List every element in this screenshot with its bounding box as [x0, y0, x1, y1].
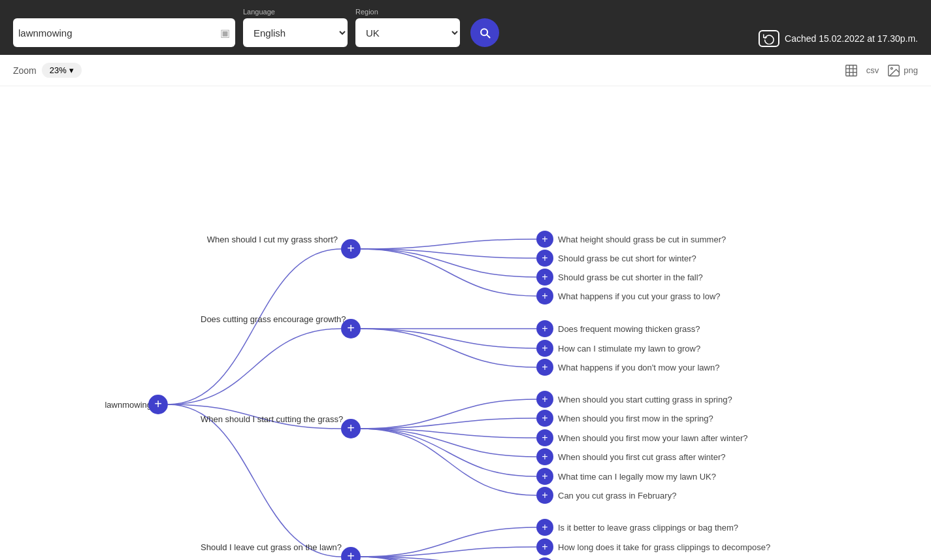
leaf-icon-0-2[interactable]: + [536, 269, 553, 286]
leaf-icon-2-1[interactable]: + [536, 410, 553, 427]
branch-node-1[interactable]: + [341, 319, 361, 338]
language-label: Language [243, 8, 348, 16]
svg-point-6 [891, 67, 893, 69]
leaf-icon-3-2[interactable]: + [536, 557, 553, 560]
search-wrapper: ▣ [13, 18, 235, 47]
cache-text: Cached 15.02.2022 at 17.30p.m. [785, 33, 918, 44]
leaf-label-0-2: Should grass be cut shorter in the fall? [558, 272, 703, 282]
leaf-label-3-0: Is it better to leave grass clippings or… [558, 523, 738, 533]
tree-svg [0, 86, 931, 560]
search-input[interactable] [18, 27, 220, 39]
leaf-label-2-3: When should you first cut grass after wi… [558, 452, 726, 462]
branch-label-2: When should I start cutting the grass? [201, 414, 338, 424]
leaf-label-2-4: What time can I legally mow my lawn UK? [558, 472, 716, 482]
branch-label-3: Should I leave cut grass on the lawn? [201, 542, 338, 552]
leaf-label-0-3: What happens if you cut your grass to lo… [558, 291, 721, 301]
export-buttons: csv png [844, 63, 918, 78]
leaf-label-3-1: How long does it take for grass clipping… [558, 542, 770, 552]
language-dropdown-wrapper: Language English French German Spanish [243, 8, 348, 47]
leaf-label-0-0: What height should grass be cut in summe… [558, 235, 726, 244]
leaf-icon-2-3[interactable]: + [536, 448, 553, 465]
leaf-icon-2-4[interactable]: + [536, 468, 553, 485]
leaf-icon-0-3[interactable]: + [536, 288, 553, 305]
toolbar: Zoom 23% ▾ csv png [0, 55, 931, 86]
zoom-button[interactable]: 23% ▾ [42, 63, 82, 78]
export-table-button[interactable] [844, 63, 858, 78]
root-label: lawnmowing [93, 400, 152, 410]
zoom-label: Zoom [13, 65, 37, 76]
leaf-icon-1-1[interactable]: + [536, 340, 553, 357]
region-dropdown-wrapper: Region UK US AU CA [355, 8, 460, 47]
leaf-icon-0-0[interactable]: + [536, 231, 553, 248]
leaf-label-1-2: What happens if you don't mow your lawn? [558, 363, 719, 372]
leaf-icon-1-2[interactable]: + [536, 359, 553, 376]
language-select[interactable]: English French German Spanish [243, 18, 348, 47]
branch-node-0[interactable]: + [341, 239, 361, 259]
png-label: png [904, 65, 918, 75]
export-png-button[interactable]: png [887, 63, 918, 78]
cache-info: Cached 15.02.2022 at 17.30p.m. [759, 30, 918, 47]
leaf-label-0-1: Should grass be cut short for winter? [558, 254, 696, 263]
leaf-icon-2-5[interactable]: + [536, 487, 553, 504]
branch-label-0: When should I cut my grass short? [201, 235, 338, 244]
leaf-label-1-1: How can I stimulate my lawn to grow? [558, 344, 700, 354]
region-label: Region [355, 8, 460, 16]
lang-region-group: Language English French German Spanish R… [243, 8, 460, 47]
svg-rect-0 [846, 65, 857, 76]
leaf-icon-1-0[interactable]: + [536, 320, 553, 337]
leaf-icon-2-2[interactable]: + [536, 429, 553, 446]
root-node[interactable]: + [148, 395, 168, 414]
leaf-icon-3-0[interactable]: + [536, 519, 553, 536]
tree-canvas: +lawnmowing+When should I cut my grass s… [0, 86, 931, 560]
region-select[interactable]: UK US AU CA [355, 18, 460, 47]
branch-node-2[interactable]: + [341, 419, 361, 438]
leaf-label-2-2: When should you first mow your lawn afte… [558, 433, 747, 443]
clear-icon[interactable]: ▣ [220, 27, 230, 39]
branch-label-1: Does cutting grass encourage growth? [201, 314, 338, 324]
leaf-icon-3-1[interactable]: + [536, 538, 553, 555]
leaf-label-1-0: Does frequent mowing thicken grass? [558, 324, 700, 334]
leaf-icon-2-0[interactable]: + [536, 391, 553, 408]
zoom-value: 23% [50, 65, 67, 75]
leaf-label-2-1: When should you first mow in the spring? [558, 414, 713, 423]
leaf-icon-0-1[interactable]: + [536, 250, 553, 267]
search-button[interactable] [470, 18, 499, 47]
header: ▣ Language English French German Spanish… [0, 0, 931, 55]
chevron-down-icon: ▾ [69, 65, 74, 75]
leaf-label-2-0: When should you start cutting grass in s… [558, 395, 732, 404]
branch-node-3[interactable]: + [341, 547, 361, 560]
leaf-label-2-5: Can you cut grass in February? [558, 491, 676, 501]
export-csv-button[interactable]: csv [866, 65, 879, 75]
cache-icon [759, 30, 779, 47]
csv-label: csv [866, 65, 879, 75]
